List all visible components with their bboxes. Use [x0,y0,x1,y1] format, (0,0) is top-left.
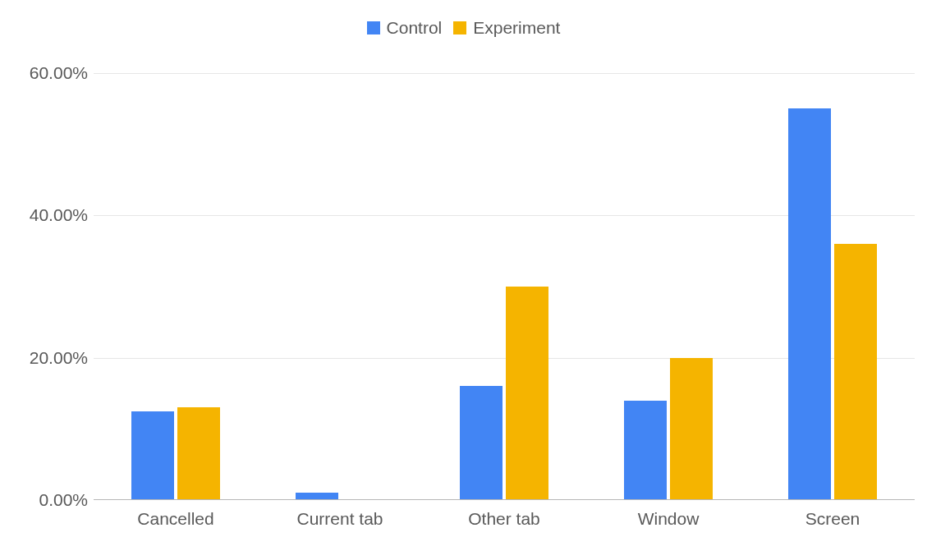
x-axis-line [94,499,915,500]
y-tick-label: 60.00% [6,63,88,83]
x-tick-label: Window [638,509,700,529]
legend-item-control: Control [367,18,443,38]
legend-label-experiment: Experiment [473,18,560,38]
bar-experiment-cancelled [177,407,220,500]
x-tick-label: Cancelled [137,509,213,529]
legend-swatch-control [367,21,380,34]
bar-experiment-other-tab [506,287,548,500]
plot-area [94,73,915,500]
bar-control-cancelled [131,411,174,500]
legend-swatch-experiment [453,21,466,34]
legend-item-experiment: Experiment [453,18,560,38]
y-tick-label: 40.00% [6,205,88,225]
legend-label-control: Control [387,18,443,38]
legend: Control Experiment [0,18,927,38]
x-tick-label: Screen [805,509,860,529]
chart-container: Control Experiment 0.00%20.00%40.00%60.0… [0,0,927,560]
bar-experiment-screen [834,244,877,500]
bar-control-window [624,401,667,500]
bar-control-other-tab [460,386,503,500]
y-tick-label: 0.00% [6,490,88,510]
bar-experiment-window [670,358,713,500]
y-tick-label: 20.00% [6,348,88,368]
bars-layer [94,73,915,500]
x-tick-label: Other tab [468,509,540,529]
x-tick-label: Current tab [296,509,383,529]
bar-control-screen [788,108,831,500]
